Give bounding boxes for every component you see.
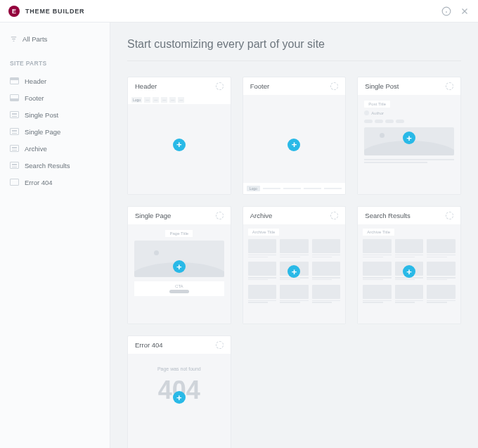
footer-icon (10, 94, 19, 101)
topbar: E THEME BUILDER (0, 0, 478, 23)
main-content: Start customizing every part of your sit… (110, 23, 478, 448)
app-title: THEME BUILDER (25, 8, 84, 15)
preview-archive-title: Archive Title (363, 229, 394, 236)
sidebar-item-label: Search Results (25, 162, 70, 169)
preview-page-title: Page Title (165, 230, 193, 237)
gear-icon[interactable] (330, 82, 338, 90)
sidebar-all-parts[interactable]: All Parts (7, 31, 103, 53)
card-title: Header (135, 82, 157, 90)
sidebar-item-label: Single Page (25, 128, 60, 136)
sidebar-item-single-page[interactable]: Single Page (7, 123, 103, 140)
sidebar-item-label: Error 404 (25, 179, 53, 186)
archive-icon (10, 145, 19, 152)
add-button[interactable]: + (173, 391, 186, 404)
gear-icon[interactable] (216, 82, 224, 90)
preview-404-message: Page was not found (128, 366, 231, 371)
error-404-icon (10, 179, 19, 186)
card-title: Footer (250, 82, 269, 90)
gear-icon[interactable] (446, 212, 453, 219)
filter-icon (10, 35, 18, 43)
card-single-post[interactable]: Single Post Post Title Author + (357, 77, 461, 195)
add-button[interactable]: + (173, 139, 186, 151)
sidebar-item-search-results[interactable]: Search Results (7, 157, 103, 174)
add-button[interactable]: + (288, 139, 300, 151)
all-parts-label: All Parts (22, 35, 47, 43)
card-title: Error 404 (135, 341, 163, 349)
card-title: Archive (250, 212, 273, 219)
card-title: Search Results (365, 212, 410, 219)
card-search-results[interactable]: Search Results Archive Title + (357, 206, 461, 324)
card-error-404[interactable]: Error 404 Page was not found 404+ (127, 335, 231, 448)
sidebar-section-label: SITE PARTS (7, 53, 103, 72)
card-title: Single Post (365, 82, 399, 90)
preview-logo: Logo (247, 186, 260, 191)
sidebar-item-label: Footer (25, 94, 44, 102)
sidebar-item-label: Single Post (25, 111, 58, 119)
add-button[interactable]: + (288, 265, 300, 278)
sidebar-item-header[interactable]: Header (7, 72, 103, 89)
cards-grid: Header Logo————— + Footer + Logo Single … (127, 77, 461, 448)
add-button[interactable]: + (173, 260, 186, 273)
elementor-logo: E (8, 6, 20, 17)
add-button[interactable]: + (403, 132, 415, 144)
card-header[interactable]: Header Logo————— + (127, 77, 231, 195)
page-title: Start customizing every part of your sit… (127, 38, 461, 61)
card-single-page[interactable]: Single Page Page Title + CTA (127, 206, 231, 324)
sidebar-item-single-post[interactable]: Single Post (7, 106, 103, 123)
gear-icon[interactable] (216, 341, 224, 349)
preview-archive-title: Archive Title (248, 229, 280, 236)
sidebar-item-footer[interactable]: Footer (7, 89, 103, 106)
card-title: Single Page (135, 212, 171, 219)
single-post-icon (10, 111, 19, 118)
sidebar-item-error-404[interactable]: Error 404 (7, 174, 103, 191)
card-archive[interactable]: Archive Archive Title + (243, 206, 347, 324)
gear-icon[interactable] (446, 82, 453, 90)
gear-icon[interactable] (216, 212, 224, 219)
gear-icon[interactable] (330, 212, 338, 219)
preview-logo: Logo (131, 97, 142, 103)
preview-author: Author (371, 111, 384, 115)
single-page-icon (10, 128, 19, 135)
card-footer[interactable]: Footer + Logo (243, 77, 347, 195)
close-icon[interactable] (460, 6, 470, 16)
info-icon[interactable] (441, 6, 451, 16)
add-button[interactable]: + (403, 265, 415, 278)
sidebar: All Parts SITE PARTS Header Footer Singl… (0, 23, 110, 448)
preview-cta: CTA (175, 284, 183, 288)
search-results-icon (10, 162, 19, 169)
sidebar-item-archive[interactable]: Archive (7, 140, 103, 157)
header-icon (10, 77, 19, 84)
sidebar-item-label: Header (25, 77, 46, 85)
sidebar-item-label: Archive (25, 145, 47, 153)
preview-post-title: Post Title (364, 101, 390, 108)
